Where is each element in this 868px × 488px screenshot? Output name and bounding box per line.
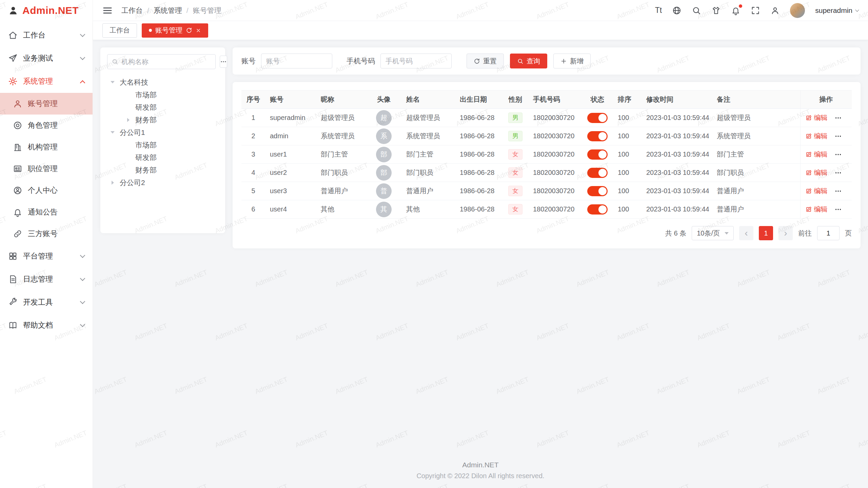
- menu-collapse-icon[interactable]: [102, 5, 113, 16]
- avatar[interactable]: [790, 3, 805, 18]
- more-button[interactable]: [834, 169, 842, 177]
- next-page-button[interactable]: ›: [778, 226, 793, 240]
- cell-index: 1: [241, 109, 265, 127]
- sidebar-item-label: 三方账号: [28, 229, 58, 239]
- globe-icon[interactable]: [672, 6, 682, 15]
- font-size-icon[interactable]: Tt: [655, 6, 662, 15]
- sidebar-item-help-docs[interactable]: 帮助文档: [0, 314, 93, 337]
- user-icon[interactable]: [770, 6, 780, 15]
- tree-node[interactable]: 分公司1: [107, 126, 218, 139]
- status-toggle[interactable]: [587, 168, 608, 178]
- tree-node[interactable]: 市场部: [107, 139, 218, 151]
- bell-icon: [13, 207, 22, 217]
- breadcrumb-item[interactable]: 工作台: [121, 6, 143, 15]
- more-button[interactable]: [834, 187, 842, 195]
- edit-icon: [805, 206, 812, 213]
- sidebar-item-role-management[interactable]: 角色管理: [0, 115, 93, 136]
- sidebar-item-platform-management[interactable]: 平台管理: [0, 245, 93, 268]
- search-button[interactable]: 查询: [510, 54, 547, 68]
- sidebar-item-workbench[interactable]: 工作台: [0, 24, 93, 47]
- tree-node[interactable]: 分公司2: [107, 176, 218, 189]
- sidebar-item-system-management[interactable]: 系统管理: [0, 70, 93, 93]
- cell-birthday: 1986-06-28: [455, 109, 502, 127]
- cell-birthday: 1986-06-28: [455, 200, 502, 219]
- org-search-input[interactable]: [121, 58, 211, 66]
- sidebar-item-account-management[interactable]: 账号管理: [0, 93, 93, 115]
- cell-phone: 18020030720: [528, 109, 582, 127]
- phone-filter-input[interactable]: [380, 54, 452, 68]
- search-icon[interactable]: [692, 6, 701, 15]
- page-size-select[interactable]: 10条/页: [692, 226, 734, 240]
- edit-button[interactable]: 编辑: [805, 168, 828, 177]
- current-page-button[interactable]: 1: [759, 226, 773, 240]
- col-phone: 手机号码: [528, 90, 582, 109]
- status-toggle[interactable]: [587, 131, 608, 141]
- fullscreen-icon[interactable]: [751, 6, 760, 15]
- col-birthday: 出生日期: [455, 90, 502, 109]
- tree-node[interactable]: 财务部: [107, 114, 218, 126]
- edit-button[interactable]: 编辑: [805, 150, 828, 159]
- edit-button[interactable]: 编辑: [805, 186, 828, 196]
- tab-account-management[interactable]: 账号管理: [142, 23, 208, 38]
- status-toggle[interactable]: [587, 204, 608, 215]
- tree-node[interactable]: 研发部: [107, 101, 218, 114]
- edit-button[interactable]: 编辑: [805, 131, 828, 141]
- logo-text: Admin.NET: [22, 5, 79, 16]
- tree-node-label: 财务部: [135, 115, 157, 125]
- tree-node[interactable]: 研发部: [107, 151, 218, 164]
- reset-button[interactable]: 重置: [467, 54, 504, 68]
- status-toggle[interactable]: [587, 149, 608, 160]
- breadcrumb-separator: /: [147, 6, 149, 15]
- sidebar-item-label: 机构管理: [28, 142, 58, 152]
- edit-button[interactable]: 编辑: [805, 205, 828, 214]
- tab-workbench[interactable]: 工作台: [102, 23, 137, 38]
- sidebar-item-notice[interactable]: 通知公告: [0, 201, 93, 223]
- bell-icon[interactable]: [731, 6, 741, 15]
- sidebar: Admin.NET 工作台 业务测试 系统管理 账号管理: [0, 0, 93, 488]
- tree-node[interactable]: 财务部: [107, 164, 218, 176]
- more-button[interactable]: [834, 114, 842, 122]
- cell-modified: 2023-01-03 10:59:44: [642, 145, 712, 164]
- col-avatar: 头像: [366, 90, 401, 109]
- tree-node[interactable]: 大名科技: [107, 76, 218, 88]
- toggle-knob: [598, 187, 607, 195]
- sidebar-item-personal-center[interactable]: 个人中心: [0, 180, 93, 201]
- account-filter-input[interactable]: [261, 54, 332, 68]
- sidebar-item-business-test[interactable]: 业务测试: [0, 47, 93, 70]
- role-icon: [13, 121, 22, 130]
- add-button[interactable]: 新增: [553, 54, 591, 68]
- org-tree-toolbar: [107, 54, 218, 69]
- col-remark: 备注: [712, 90, 800, 109]
- cell-nickname: 系统管理员: [316, 127, 366, 145]
- theme-icon[interactable]: [711, 6, 721, 15]
- more-button[interactable]: [834, 133, 842, 140]
- cell-remark: 超级管理员: [712, 109, 800, 127]
- search-icon: [112, 58, 118, 65]
- table-row: 2 admin 系统管理员 系 系统管理员 1986-06-28 男 18020…: [241, 127, 852, 145]
- more-button[interactable]: [834, 151, 842, 158]
- refresh-icon: [474, 58, 480, 64]
- filter-bar: 账号 手机号码 重置 查询: [233, 47, 861, 75]
- user-menu[interactable]: superadmin: [815, 6, 859, 15]
- close-icon[interactable]: [196, 28, 201, 33]
- breadcrumb-item[interactable]: 系统管理: [154, 6, 182, 15]
- sidebar-item-position-management[interactable]: 职位管理: [0, 158, 93, 180]
- goto-page-input[interactable]: [817, 226, 840, 240]
- table-row: 1 superadmin 超级管理员 超 超级管理员 1986-06-28 男 …: [241, 109, 852, 127]
- caret-right-icon: [127, 118, 130, 122]
- status-toggle[interactable]: [587, 113, 608, 123]
- edit-button[interactable]: 编辑: [805, 113, 828, 122]
- org-more-button[interactable]: [220, 56, 227, 68]
- gender-badge: 男: [508, 113, 522, 123]
- refresh-icon[interactable]: [186, 27, 192, 34]
- sidebar-item-third-party-account[interactable]: 三方账号: [0, 223, 93, 245]
- tree-node[interactable]: 市场部: [107, 88, 218, 101]
- cell-phone: 18020030720: [528, 200, 582, 219]
- sidebar-item-org-management[interactable]: 机构管理: [0, 136, 93, 158]
- sidebar-item-log-management[interactable]: 日志管理: [0, 268, 93, 291]
- sidebar-item-dev-tools[interactable]: 开发工具: [0, 291, 93, 314]
- col-gender: 性别: [502, 90, 528, 109]
- status-toggle[interactable]: [587, 186, 608, 196]
- more-button[interactable]: [834, 206, 842, 213]
- prev-page-button[interactable]: ‹: [739, 226, 753, 240]
